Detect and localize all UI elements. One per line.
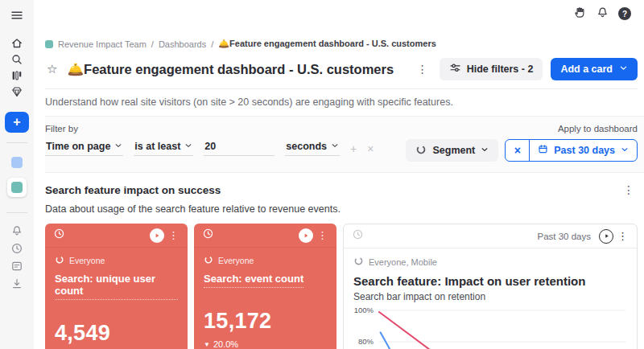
segment-label: Segment [432, 145, 475, 156]
sidebar-notes-button[interactable] [6, 258, 27, 274]
filter-icon [449, 62, 461, 76]
page-title-text: Feature engagement dashboard - U.S. cust… [84, 62, 394, 76]
breadcrumb-dashboards[interactable]: Dashboards [159, 39, 206, 49]
filter-operator-dropdown[interactable]: is at least [134, 141, 193, 156]
calendar-icon [538, 144, 548, 157]
run-card-button[interactable] [150, 228, 164, 243]
sidebar-divider [6, 212, 27, 213]
sidebar-item-home[interactable] [6, 35, 27, 51]
dashboard-emoji: 🛎️ [67, 62, 84, 76]
space-item-teal-wrap [7, 178, 27, 197]
breadcrumb: Revenue Impact Team / Dashboards / 🛎️Fea… [45, 39, 638, 49]
help-button[interactable]: ? [618, 7, 631, 20]
card-kebab-menu[interactable]: ⋮ [315, 228, 330, 242]
run-card-button[interactable] [299, 228, 313, 243]
segment-chip[interactable]: Everyone, Mobile [353, 256, 627, 268]
home-icon [10, 37, 23, 50]
chart-card-title: Search feature: Impact on user retention [353, 274, 627, 288]
date-range-dropdown[interactable]: Past 30 days [530, 140, 637, 161]
pointer-mode-button[interactable] [573, 6, 587, 22]
sidebar-item-metrics[interactable] [6, 84, 27, 99]
dashboard-kebab-menu[interactable]: ⋮ [414, 62, 431, 76]
plus-icon: + [13, 116, 20, 129]
card-body: Everyone Search: event count 15,172 ▼ 20… [194, 248, 336, 349]
search-icon [10, 53, 23, 66]
filter-by-label: Filter by [45, 124, 374, 133]
section-kebab-menu[interactable]: ⋮ [620, 183, 638, 197]
team-color-icon [45, 40, 53, 48]
page-content: Revenue Impact Team / Dashboards / 🛎️Fea… [34, 27, 644, 349]
apply-to-dashboard: Apply to dashboard Segment × Past 30 day… [406, 124, 638, 162]
dashboard-description: Understand how real site visitors (on si… [45, 89, 638, 116]
filter-unit-dropdown[interactable]: seconds [285, 141, 340, 156]
clock-icon [352, 228, 364, 244]
breadcrumb-separator: / [151, 39, 154, 49]
topbar: ? [34, 0, 644, 27]
segment-donut-icon [55, 255, 64, 266]
breadcrumb-current-label: Feature engagement dashboard - U.S. cust… [229, 39, 436, 48]
kpi-change: ▼ 20.0% [204, 339, 327, 349]
dashboard-title-row: ☆ 🛎️Feature engagement dashboard - U.S. … [45, 58, 638, 80]
star-icon: ☆ [47, 62, 57, 76]
bell-icon [596, 6, 609, 22]
space-item-blue-wrap [7, 153, 27, 172]
filter-value-input[interactable] [204, 141, 275, 156]
sidebar-item-charts[interactable] [6, 68, 27, 83]
space-item-blue[interactable] [11, 157, 23, 168]
notifications-button[interactable] [596, 6, 609, 22]
add-filter-button[interactable]: + [350, 143, 357, 156]
svg-text:100%: 100% [354, 306, 374, 314]
add-card-button[interactable]: Add a card [551, 58, 638, 80]
sidebar-notifications-button[interactable] [6, 223, 27, 239]
dashboard-emoji: 🛎️ [218, 39, 229, 48]
filter-property-dropdown[interactable]: Time on page [45, 141, 123, 156]
segment-donut-icon [353, 256, 364, 268]
page-title: 🛎️Feature engagement dashboard - U.S. cu… [67, 62, 394, 77]
hide-filters-button[interactable]: Hide filters - 2 [440, 58, 543, 80]
clock-icon [10, 242, 23, 255]
kpi-card-event-count: ⋮ Everyone Search: event count 15,172 ▼ … [194, 224, 336, 349]
svg-text:80%: 80% [358, 337, 374, 346]
question-icon: ? [618, 7, 631, 20]
sidebar-nav [6, 35, 27, 99]
card-kebab-menu[interactable]: ⋮ [615, 229, 630, 243]
breadcrumb-team[interactable]: Revenue Impact Team [58, 39, 147, 49]
download-icon [10, 277, 23, 290]
chevron-down-icon [481, 145, 489, 156]
card-title-link[interactable]: Search: event count [204, 273, 303, 288]
card-kebab-menu[interactable]: ⋮ [166, 228, 181, 242]
filter-row: Time on page is at least seconds + [45, 141, 374, 156]
note-icon [10, 260, 23, 273]
chevron-down-icon [331, 141, 339, 152]
filter-left: Filter by Time on page is at least seco [45, 124, 374, 162]
chevron-down-icon [184, 141, 192, 152]
card-title-link[interactable]: Search: unique user count [55, 273, 178, 300]
sidebar-download-button[interactable] [6, 276, 27, 292]
segment-dropdown[interactable]: Segment [406, 139, 498, 162]
space-item-teal-selected[interactable] [11, 182, 23, 193]
hamburger-menu-button[interactable] [6, 7, 27, 23]
filter-operator-value: is at least [134, 141, 180, 152]
retention-chart-svg: 100%80%60% [353, 305, 629, 349]
breadcrumb-separator: / [211, 39, 213, 49]
date-range-control: × Past 30 days [505, 139, 638, 162]
filter-property-value: Time on page [46, 141, 110, 152]
card-body: Everyone, Mobile Search feature: Impact … [344, 248, 637, 349]
main-area: ? Revenue Impact Team / Dashboards / 🛎️F… [34, 0, 644, 349]
section-title: Search feature impact on success [45, 184, 221, 196]
clear-date-filter-button[interactable]: × [506, 140, 530, 161]
clock-icon [202, 228, 214, 243]
favorite-star-button[interactable]: ☆ [45, 62, 59, 76]
card-header: Past 30 days ⋮ [344, 224, 637, 248]
sidebar-recent-button[interactable] [6, 240, 27, 257]
cards-row: ⋮ Everyone Search: unique user count 4,5… [45, 224, 638, 349]
create-new-button[interactable]: + [5, 112, 29, 133]
sidebar-item-search[interactable] [6, 51, 27, 67]
card-header: ⋮ [45, 224, 188, 248]
kpi-value: 4,549 [55, 321, 178, 346]
segment-chip[interactable]: Everyone [55, 255, 178, 266]
segment-donut-icon [204, 255, 213, 266]
run-card-button[interactable] [599, 229, 613, 244]
remove-filter-button[interactable]: × [367, 143, 374, 156]
segment-chip[interactable]: Everyone [204, 255, 327, 266]
